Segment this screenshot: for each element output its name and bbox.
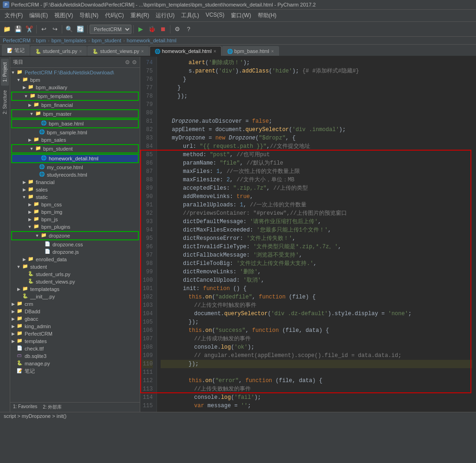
code-line-92: //previewsContainer: "#preview",//上传图片的预…	[161, 209, 472, 218]
nav-perfectcrm[interactable]: PerfectCRM	[3, 38, 31, 43]
toolbar-settings-btn[interactable]: ⚙	[172, 24, 183, 34]
nav-homework-detail[interactable]: homework_detail.html	[127, 38, 176, 43]
tree-templates[interactable]: ▶ 📁 templates	[10, 337, 140, 345]
tree-homework-detail[interactable]: 🌐 homework_detail.html	[11, 154, 139, 163]
dropzone-js-icon: 📄	[44, 249, 51, 255]
tree-bpm-auxiliary[interactable]: ▶ 📁 bpm_auxiliary	[10, 84, 140, 91]
structure-stripe-tab[interactable]: 2: Structure	[1, 86, 9, 118]
tree-notes[interactable]: 📝 笔记	[10, 367, 140, 375]
tree-sales[interactable]: ▶ 📁 sales	[10, 186, 140, 193]
panel-settings-icon[interactable]: ⚙	[125, 59, 130, 66]
menu-code[interactable]: 代码(C)	[102, 11, 127, 20]
tree-student-urls[interactable]: 🐍 student_urls.py	[10, 271, 140, 278]
toolbar-btn-2[interactable]: 💾	[13, 24, 23, 34]
tab-student-views[interactable]: 🐍 student_views.py ×	[87, 46, 149, 56]
toolbar-btn-3[interactable]: ✂️	[24, 24, 34, 34]
tree-bpm-templates[interactable]: ▼ 📁 bpm_templates	[11, 92, 139, 101]
tab-student-urls[interactable]: 🐍 student_urls.py ×	[30, 46, 87, 56]
tree-bpm[interactable]: ▼ 📁 bpm	[10, 76, 140, 84]
tree-check-ttf[interactable]: 📄 check.ttf	[10, 345, 140, 352]
menu-view[interactable]: 视图(V)	[52, 11, 76, 20]
menu-edit[interactable]: 编辑(E)	[26, 11, 51, 20]
tree-dbadd[interactable]: ▶ 📁 DBadd	[10, 308, 140, 315]
tree-my-course[interactable]: 🌐 my_course.html	[10, 164, 140, 171]
tree-gbacc[interactable]: ▶ 📁 gbacc	[10, 315, 140, 323]
menu-vcs[interactable]: VCS(S)	[203, 11, 228, 20]
tree-dropzone-js[interactable]: 📄 dropzone.js	[10, 248, 140, 256]
project-selector[interactable]: PerfectCRM	[90, 25, 131, 34]
bpm-css-arrow: ▶	[27, 202, 33, 207]
tree-student-views[interactable]: 🐍 student_views.py	[10, 278, 140, 285]
tree-bpm-student[interactable]: ▼ 📁 bpm_student	[11, 144, 139, 153]
tree-enrolled-data[interactable]: ▶ 📁 enrolled_data	[10, 256, 140, 263]
tree-bpm-plugins[interactable]: ▼ 📁 bpm_plugins	[10, 223, 140, 231]
editor-content[interactable]: 74 75 76 77 78 79 80 81 82 83 84 85 86 8…	[140, 57, 476, 412]
tree-bpm-css[interactable]: ▶ 📁 bpm_css	[10, 201, 140, 208]
tree-bpm-sales[interactable]: ▶ 📁 bpm_sales	[10, 136, 140, 144]
nav-bpm-templates[interactable]: bpm_templates	[52, 38, 86, 43]
tree-bpm-img[interactable]: ▶ 📁 bpm_img	[10, 208, 140, 216]
tree-bpm-financial[interactable]: ▶ 📁 bpm_financial	[10, 101, 140, 109]
toolbar-btn-redo[interactable]: ↪	[50, 24, 60, 34]
tree-crm[interactable]: ▶ 📁 crm	[10, 300, 140, 308]
tree-bpm-base[interactable]: 🌐 bpm_base.html	[11, 119, 139, 128]
menu-tools[interactable]: 工具(L)	[178, 11, 202, 20]
tree-root[interactable]: ▼ 📁 PerfectCRM F:\BaiduNetdiskDownload\	[10, 69, 140, 76]
close-homework-detail-btn[interactable]: ×	[214, 49, 216, 54]
root-folder-icon: 📁	[16, 69, 23, 76]
tree-studyrecords[interactable]: 🌐 studyrecords.html	[10, 171, 140, 179]
tree-perfectcrm-folder[interactable]: ▶ 📁 PerfectCRM	[10, 330, 140, 337]
tree-financial[interactable]: ▶ 📁 financial	[10, 179, 140, 186]
project-stripe-tab[interactable]: 1: Project	[1, 59, 9, 86]
tree-db-sqlite3[interactable]: 🗃 db.sqlite3	[10, 352, 140, 360]
tree-dropzone[interactable]: ▼ 📁 dropzone	[11, 231, 139, 240]
tree-static[interactable]: ▼ 📁 static	[10, 193, 140, 201]
tab-homework-detail[interactable]: 🌐 homework_detail.html ×	[150, 46, 222, 56]
menu-file[interactable]: 文件(F)	[2, 11, 26, 20]
toolbar-btn-1[interactable]: 📁	[2, 24, 12, 34]
tree-king-admin[interactable]: ▶ 📁 king_admin	[10, 323, 140, 330]
menu-navigate[interactable]: 导航(N)	[77, 11, 101, 20]
close-bpm-base-btn[interactable]: ×	[271, 49, 274, 54]
code-line-74: alert('删除成功！');	[161, 59, 472, 67]
toolbar-stop-btn[interactable]: ⏹	[158, 24, 168, 34]
nav-bpm-student[interactable]: bpm_student	[92, 38, 122, 43]
menu-refactor[interactable]: 重构(R)	[128, 11, 152, 20]
dropzone-icon: 📁	[40, 232, 47, 239]
code-area[interactable]: alert('删除成功！'); s.parent('div').addClass…	[157, 57, 476, 412]
tree-bpm-js[interactable]: ▶ 📁 bpm_js	[10, 216, 140, 223]
studyrecords-icon: 🌐	[38, 172, 46, 178]
menu-run[interactable]: 运行(U)	[153, 11, 177, 20]
tree-dropzone-css[interactable]: 📄 dropzone.css	[10, 241, 140, 248]
toolbar-help-btn[interactable]: ?	[183, 24, 194, 34]
close-student-views-btn[interactable]: ×	[141, 49, 144, 54]
toolbar-btn-undo[interactable]: ↩	[39, 24, 49, 34]
toolbar-debug-btn[interactable]: 🐞	[147, 24, 157, 34]
panel-gear-icon[interactable]: ⚙	[132, 59, 137, 66]
tree-student[interactable]: ▼ 📁 student	[10, 263, 140, 271]
nav-bpm[interactable]: bpm	[36, 38, 46, 43]
external-lib-tab[interactable]: 2: 外部库	[40, 403, 65, 412]
toolbar-sep-4	[133, 25, 134, 33]
tree-bpm-master[interactable]: ▼ 📁 bpm_master	[11, 109, 139, 119]
gbacc-arrow: ▶	[10, 317, 16, 321]
menu-window[interactable]: 窗口(W)	[228, 11, 254, 20]
tab-bpm-base[interactable]: 🌐 bpm_base.html ×	[222, 46, 279, 56]
menu-help[interactable]: 帮助(H)	[255, 11, 280, 20]
favorites-tab[interactable]: 1: Favorites	[10, 403, 40, 412]
code-line-83: myDropzone = new Dropzone("$dropz", {	[161, 134, 472, 142]
tree-init-py[interactable]: 🐍 __init__.py	[10, 293, 140, 300]
close-student-urls-btn[interactable]: ×	[79, 49, 82, 54]
tree-manage-py[interactable]: 🐍 manage.py	[10, 360, 140, 367]
status-bar: script > myDropzone > init()	[0, 412, 476, 420]
file-tree[interactable]: ▼ 📁 PerfectCRM F:\BaiduNetdiskDownload\ …	[10, 68, 140, 402]
toolbar-run-btn[interactable]: ▶	[136, 24, 146, 34]
nav-sep-3: ›	[88, 38, 90, 43]
title-bar: P PerfectCRM - [F:\BaiduNetdiskDownload\…	[0, 0, 476, 10]
tab-notes[interactable]: 📝 笔记	[2, 45, 30, 56]
bpm-master-arrow: ▼	[29, 112, 34, 116]
tree-templatetags[interactable]: ▶ 📁 templatetags	[10, 285, 140, 293]
tree-bpm-sample[interactable]: 🌐 bpm_sample.html	[10, 129, 140, 136]
toolbar-btn-replace[interactable]: 🔄	[75, 24, 85, 34]
toolbar-btn-search[interactable]: 🔍	[64, 24, 74, 34]
